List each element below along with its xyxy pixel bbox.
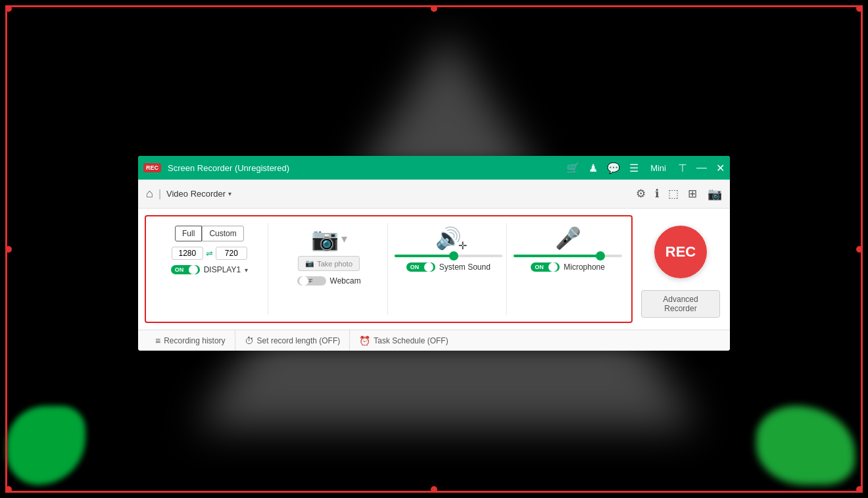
rec-button[interactable]: REC <box>654 226 707 278</box>
mode-dropdown-arrow: ▾ <box>228 190 231 197</box>
take-photo-label: Take photo <box>317 260 352 268</box>
custom-button[interactable]: Custom <box>202 226 243 241</box>
width-input[interactable] <box>172 247 203 260</box>
microphone-label: Microphone <box>564 262 605 272</box>
display-label: DISPLAY1 <box>204 265 241 274</box>
screen-section: Full Custom ⇌ ON DISPLAY1 ▾ <box>151 223 268 315</box>
system-sound-slider-fill <box>395 255 454 257</box>
webcam-toggle-row: OFF Webcam <box>297 276 361 286</box>
toolbar-right-icons: ⚙ ℹ ⬚ ⊞ <box>636 187 697 201</box>
system-sound-slider-container <box>395 255 503 257</box>
system-sound-section: 🔊 ✛ ON System Sound <box>391 223 508 315</box>
system-sound-slider-thumb[interactable] <box>449 251 458 261</box>
corner-dot-tr <box>856 5 863 12</box>
mini-button[interactable]: Mini <box>648 163 669 173</box>
timer-label: Set record length (OFF) <box>257 336 341 345</box>
mode-selector[interactable]: Video Recorder ▾ <box>166 189 231 199</box>
edge-dot-ml <box>5 246 12 253</box>
screen-buttons: Full Custom <box>175 226 244 241</box>
display-toggle-knob <box>189 265 198 274</box>
take-photo-cam-icon: 📷 <box>305 259 314 268</box>
title-bar: REC Screen Recorder (Unregistered) 🛒 ♟ 💬… <box>138 156 730 180</box>
info-icon[interactable]: ℹ <box>655 187 659 201</box>
webcam-section: 📷 ▾ 📷 Take photo OFF Webcam <box>271 223 388 315</box>
chat-icon[interactable]: 💬 <box>607 162 620 174</box>
edge-dot-bc <box>431 486 437 493</box>
mode-label: Video Recorder <box>166 189 226 199</box>
system-sound-toggle-row: ON System Sound <box>406 262 491 272</box>
edge-dot-tc <box>431 5 437 12</box>
history-icon: ≡ <box>155 336 160 346</box>
microphone-slider-track <box>514 255 622 257</box>
system-sound-slider-track <box>395 255 503 257</box>
task-schedule-item[interactable]: ⏰ Task Schedule (OFF) <box>349 330 457 351</box>
schedule-label: Task Schedule (OFF) <box>374 336 448 345</box>
camera-icon[interactable]: 📷 <box>708 187 722 201</box>
title-bar-icons: 🛒 ♟ 💬 ☰ Mini ⊤ — ✕ <box>566 162 725 174</box>
full-button[interactable]: Full <box>175 226 202 241</box>
toolbar-divider: | <box>158 188 161 200</box>
microphone-icon: 🎤 <box>555 226 581 251</box>
microphone-section: 🎤 ON Microphone <box>510 223 626 315</box>
microphone-slider-container <box>514 255 622 257</box>
system-sound-icon: 🔊 <box>435 226 462 250</box>
advanced-recorder-button[interactable]: Advanced Recorder <box>641 290 720 318</box>
display-dropdown-arrow[interactable]: ▾ <box>245 266 248 274</box>
set-record-length-item[interactable]: ⏱ Set record length (OFF) <box>235 330 350 351</box>
height-input[interactable] <box>216 247 247 260</box>
app-window: REC Screen Recorder (Unregistered) 🛒 ♟ 💬… <box>138 156 730 351</box>
system-sound-label: System Sound <box>439 262 491 272</box>
history-label: Recording history <box>164 336 225 345</box>
take-photo-button[interactable]: 📷 Take photo <box>298 256 360 271</box>
schedule-icon: ⏰ <box>359 336 370 346</box>
link-icon: ⇌ <box>206 249 213 259</box>
microphone-slider-thumb[interactable] <box>596 251 605 261</box>
webcam-dropdown-arrow[interactable]: ▾ <box>341 232 347 246</box>
system-sound-toggle-knob <box>424 262 433 272</box>
resolution-icon[interactable]: ⊞ <box>688 187 697 201</box>
corner-dot-tl <box>5 5 12 12</box>
microphone-toggle-label: ON <box>535 264 544 270</box>
microphone-toggle-row: ON Microphone <box>531 262 605 272</box>
menu-icon[interactable]: ☰ <box>629 162 639 174</box>
timer-icon: ⏱ <box>245 336 254 346</box>
microphone-toggle[interactable]: ON <box>531 262 560 272</box>
cart-icon[interactable]: 🛒 <box>566 162 579 174</box>
resolution-row: ⇌ <box>172 247 247 260</box>
app-logo: REC <box>143 163 161 173</box>
pin-icon[interactable]: ⊤ <box>678 162 687 174</box>
system-sound-toggle[interactable]: ON <box>406 262 435 272</box>
export-icon[interactable]: ⬚ <box>668 187 679 201</box>
move-cursor-icon: ✛ <box>458 239 467 252</box>
recording-history-item[interactable]: ≡ Recording history <box>146 330 235 351</box>
system-sound-toggle-label: ON <box>410 264 420 270</box>
display-toggle-on-label: ON <box>175 266 184 273</box>
corner-dot-br <box>856 486 863 493</box>
corner-dot-bl <box>5 486 12 493</box>
webcam-label: Webcam <box>330 276 361 286</box>
microphone-toggle-knob <box>548 262 558 272</box>
right-panel: REC Advanced Recorder <box>638 215 723 323</box>
microphone-slider-fill <box>514 255 600 257</box>
display-toggle-row: ON DISPLAY1 ▾ <box>171 265 248 274</box>
minimize-icon[interactable]: — <box>696 162 707 174</box>
webcam-toggle[interactable]: OFF <box>297 276 326 286</box>
app-title: Screen Recorder (Unregistered) <box>168 163 566 173</box>
close-icon[interactable]: ✕ <box>716 162 725 174</box>
controls-area: Full Custom ⇌ ON DISPLAY1 ▾ <box>145 215 633 323</box>
display-toggle[interactable]: ON <box>171 265 200 274</box>
toolbar: ⌂ | Video Recorder ▾ ⚙ ℹ ⬚ ⊞ 📷 <box>138 180 730 209</box>
edge-dot-mr <box>856 246 863 253</box>
webcam-icon: 📷 <box>311 226 339 252</box>
webcam-toggle-knob <box>299 276 308 286</box>
home-icon[interactable]: ⌂ <box>146 187 153 201</box>
user-icon[interactable]: ♟ <box>589 162 598 174</box>
main-content: Full Custom ⇌ ON DISPLAY1 ▾ <box>138 209 730 330</box>
status-bar: ≡ Recording history ⏱ Set record length … <box>138 330 730 351</box>
settings-icon[interactable]: ⚙ <box>636 187 646 201</box>
